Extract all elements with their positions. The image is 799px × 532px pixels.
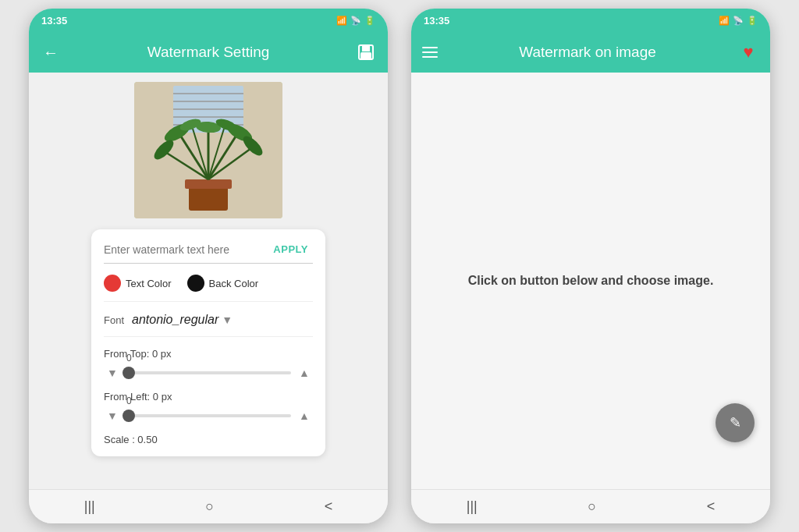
sim-icon: 📶 bbox=[336, 16, 347, 26]
right-nav-menu[interactable]: ||| bbox=[467, 498, 478, 515]
text-color-label: Text Color bbox=[126, 278, 172, 289]
back-button[interactable]: ← bbox=[40, 41, 62, 63]
text-color-circle[interactable] bbox=[104, 275, 121, 292]
chevron-down-icon: ▼ bbox=[222, 314, 233, 326]
apply-button[interactable]: APPLY bbox=[268, 240, 313, 258]
plant-image bbox=[134, 82, 282, 218]
from-left-increment[interactable]: ▲ bbox=[296, 407, 313, 424]
from-left-thumb[interactable]: 0 bbox=[123, 410, 135, 422]
left-status-time: 13:35 bbox=[41, 15, 67, 27]
from-left-value: 0 bbox=[126, 395, 132, 406]
from-top-section: From Top: 0 px ▼ 0 ▲ bbox=[104, 348, 313, 381]
color-row: Text Color Back Color bbox=[104, 275, 313, 302]
back-color-circle[interactable] bbox=[187, 275, 204, 292]
left-nav-back[interactable]: < bbox=[325, 498, 333, 515]
from-left-slider-row: ▼ 0 ▲ bbox=[104, 407, 313, 424]
left-nav-menu[interactable]: ||| bbox=[84, 498, 95, 515]
menu-line-2 bbox=[422, 51, 438, 53]
back-color-item: Back Color bbox=[187, 275, 259, 292]
from-top-track[interactable]: 0 bbox=[126, 371, 291, 374]
watermark-text-input[interactable] bbox=[104, 243, 268, 256]
svg-rect-11 bbox=[185, 179, 232, 189]
from-top-label: From Top: 0 px bbox=[104, 348, 313, 360]
right-bottom-nav: ||| ○ < bbox=[411, 489, 770, 523]
right-app-title: Watermark on image bbox=[438, 44, 737, 61]
right-nav-home[interactable]: ○ bbox=[588, 498, 596, 515]
hamburger-menu-button[interactable] bbox=[422, 47, 438, 58]
right-status-bar: 13:35 📶 📡 🔋 bbox=[411, 9, 770, 32]
from-top-slider-row: ▼ 0 ▲ bbox=[104, 364, 313, 381]
svg-rect-1 bbox=[363, 45, 369, 51]
right-status-icons: 📶 📡 🔋 bbox=[719, 16, 758, 26]
left-status-icons: 📶 📡 🔋 bbox=[336, 16, 375, 26]
add-image-fab[interactable]: ✎ bbox=[716, 403, 755, 442]
font-select-value: antonio_regular bbox=[132, 313, 218, 327]
from-left-label: From Left: 0 px bbox=[104, 391, 313, 403]
left-nav-home[interactable]: ○ bbox=[205, 498, 214, 515]
left-screen-content: APPLY Text Color Back Color Font antonio… bbox=[29, 73, 388, 489]
right-status-time: 13:35 bbox=[424, 15, 449, 27]
left-bottom-nav: ||| ○ < bbox=[29, 489, 388, 523]
right-battery-icon: 🔋 bbox=[747, 16, 758, 26]
from-left-track[interactable]: 0 bbox=[126, 414, 291, 417]
from-top-decrement[interactable]: ▼ bbox=[104, 364, 121, 381]
from-top-thumb[interactable]: 0 bbox=[123, 367, 135, 379]
center-message: Click on button below and choose image. bbox=[445, 88, 737, 473]
left-app-title: Watermark Setting bbox=[62, 44, 355, 61]
from-top-value: 0 bbox=[126, 353, 132, 364]
save-icon bbox=[357, 43, 375, 62]
settings-card: APPLY Text Color Back Color Font antonio… bbox=[91, 229, 325, 456]
watermark-input-row: APPLY bbox=[104, 240, 313, 264]
right-app-bar: Watermark on image ♥ bbox=[411, 32, 770, 73]
font-row: Font antonio_regular ▼ bbox=[104, 313, 313, 337]
battery-icon: 🔋 bbox=[364, 16, 375, 26]
left-phone: 13:35 📶 📡 🔋 ← Watermark Setting bbox=[29, 9, 388, 523]
right-wifi-icon: 📡 bbox=[733, 16, 744, 26]
scale-label: Scale : 0.50 bbox=[104, 434, 313, 445]
text-color-item: Text Color bbox=[104, 275, 172, 292]
font-select-dropdown[interactable]: antonio_regular ▼ bbox=[132, 313, 233, 327]
svg-rect-2 bbox=[361, 53, 371, 59]
right-nav-back[interactable]: < bbox=[707, 498, 716, 515]
back-color-label: Back Color bbox=[209, 278, 259, 289]
menu-line-1 bbox=[422, 47, 438, 48]
image-preview bbox=[134, 82, 282, 218]
add-image-icon: ✎ bbox=[730, 414, 741, 431]
menu-line-3 bbox=[422, 56, 438, 58]
right-phone: 13:35 📶 📡 🔋 Watermark on image ♥ Click o… bbox=[411, 9, 770, 523]
left-app-bar: ← Watermark Setting bbox=[29, 32, 388, 73]
right-screen-content: Click on button below and choose image. … bbox=[411, 73, 770, 489]
from-top-increment[interactable]: ▲ bbox=[296, 364, 313, 381]
from-left-section: From Left: 0 px ▼ 0 ▲ bbox=[104, 391, 313, 424]
wifi-icon: 📡 bbox=[350, 16, 361, 26]
save-button[interactable] bbox=[355, 41, 377, 63]
right-sim-icon: 📶 bbox=[719, 16, 730, 26]
font-label: Font bbox=[104, 314, 124, 326]
favorite-button[interactable]: ♥ bbox=[737, 41, 759, 63]
from-left-decrement[interactable]: ▼ bbox=[104, 407, 121, 424]
left-status-bar: 13:35 📶 📡 🔋 bbox=[29, 9, 388, 32]
